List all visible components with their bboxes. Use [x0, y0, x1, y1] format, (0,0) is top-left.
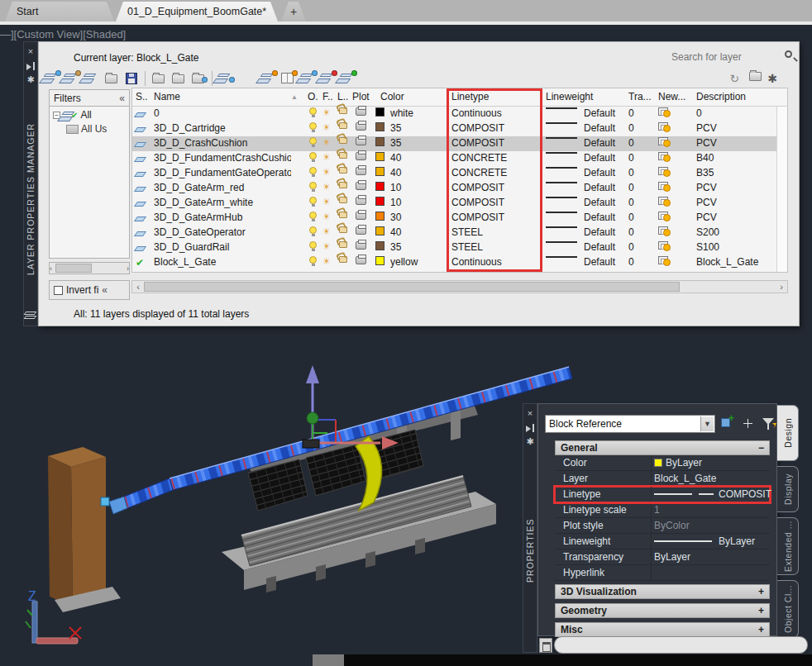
plot-printer-icon[interactable] [356, 212, 366, 220]
linetype-value[interactable]: COMPOSIT [451, 122, 539, 134]
lineweight-value[interactable]: Default [584, 212, 615, 223]
transparency-value[interactable]: 0 [628, 212, 634, 223]
description-value[interactable]: PCV [696, 182, 779, 193]
filters-scrollbar[interactable]: ‹ › [49, 262, 130, 274]
layer-row[interactable]: ✔ 3D_D_CrashCushion ☀ 35 COMPOSIT Defaul… [132, 136, 777, 151]
unlock-icon[interactable] [339, 152, 347, 159]
description-value[interactable]: PCV [696, 212, 779, 223]
col-linetype[interactable]: Linetype [451, 91, 489, 102]
filters-scroll-thumb[interactable] [55, 264, 92, 273]
layer-row[interactable]: ✔ 3D_D_GateArmHub ☀ 30 COMPOSIT Default … [132, 211, 777, 226]
filter-item-all[interactable]: − ✔ All [50, 107, 129, 121]
arm-grip[interactable] [101, 497, 109, 506]
unlock-icon[interactable] [339, 212, 347, 218]
property-value[interactable]: ByColor [654, 520, 768, 531]
color-label[interactable]: 30 [390, 212, 448, 223]
linetype-value[interactable]: COMPOSIT [451, 137, 539, 149]
on-bulb-icon[interactable] [309, 152, 317, 159]
set-current-layer-icon[interactable] [338, 70, 358, 87]
transparency-value[interactable]: 0 [628, 197, 634, 208]
plot-printer-icon[interactable] [356, 167, 366, 175]
on-bulb-icon[interactable] [309, 122, 317, 130]
filters-collapse-icon[interactable]: « [119, 93, 125, 104]
color-label[interactable]: yellow [390, 256, 448, 268]
unlock-icon[interactable] [339, 256, 347, 263]
col-lineweight[interactable]: Lineweight [546, 91, 593, 102]
color-swatch[interactable] [375, 137, 385, 146]
plot-printer-icon[interactable] [356, 122, 366, 131]
col-description[interactable]: Description [696, 91, 746, 102]
linetype-value[interactable]: COMPOSIT [451, 197, 539, 208]
lineweight-value[interactable]: Default [584, 226, 615, 238]
property-value[interactable]: COMPOSIT [654, 488, 768, 500]
description-value[interactable]: PCV [696, 137, 779, 149]
layer-settings-dialog-icon[interactable] [746, 70, 761, 87]
new-vp-freeze-icon[interactable] [658, 122, 668, 131]
properties-close-icon[interactable]: × [528, 407, 533, 421]
color-swatch[interactable] [375, 122, 385, 131]
freeze-sun-icon[interactable]: ☀ [322, 167, 331, 178]
select-objects-button[interactable] [740, 415, 757, 433]
freeze-sun-icon[interactable]: ☀ [322, 197, 331, 207]
freeze-sun-icon[interactable]: ☀ [322, 212, 331, 222]
linetype-value[interactable]: Continuous [451, 107, 539, 119]
folder-icon-1[interactable] [149, 70, 169, 87]
on-bulb-icon[interactable] [309, 107, 317, 115]
transparency-value[interactable]: 0 [628, 122, 634, 134]
properties-side-tab-extended[interactable]: Extended ... [777, 517, 799, 575]
toggle-pickadd-button[interactable] [719, 415, 735, 433]
plot-printer-icon[interactable] [356, 226, 366, 235]
lineweight-value[interactable]: Default [584, 122, 615, 134]
color-swatch[interactable] [375, 212, 385, 221]
collapsed-section-bar[interactable]: Misc + [555, 622, 770, 637]
on-bulb-icon[interactable] [309, 241, 317, 249]
new-group-filter-icon[interactable] [62, 70, 82, 87]
expand-section-icon[interactable]: + [758, 624, 764, 635]
col-on[interactable]: O. [308, 91, 318, 102]
collapse-section-icon[interactable]: − [758, 442, 764, 454]
plot-printer-icon[interactable] [356, 137, 366, 145]
transparency-value[interactable]: 0 [628, 152, 634, 164]
transparency-value[interactable]: 0 [628, 167, 634, 178]
property-value[interactable]: ByLayer [654, 551, 768, 563]
freeze-sun-icon[interactable]: ☀ [322, 182, 331, 193]
command-input-bar[interactable] [554, 636, 808, 654]
layer-row[interactable]: ✔ 3D_D_FundamentGateOperator ☀ 40 CONCRE… [132, 166, 777, 181]
plot-printer-icon[interactable] [356, 182, 366, 190]
color-swatch[interactable] [375, 167, 385, 176]
freeze-layer-icon[interactable] [299, 70, 318, 87]
scroll-left-icon[interactable]: ‹ [50, 264, 52, 273]
color-label[interactable]: 10 [390, 182, 448, 193]
layer-isolate-icon[interactable] [102, 70, 122, 87]
unlock-icon[interactable] [339, 107, 347, 114]
scroll-right-icon[interactable]: › [776, 282, 787, 292]
on-bulb-icon[interactable] [309, 256, 317, 264]
linetype-value[interactable]: CONCRETE [451, 167, 539, 178]
col-color[interactable]: Color [380, 91, 404, 102]
chevron-down-icon[interactable]: ▼ [700, 416, 714, 431]
linetype-value[interactable]: Continuous [451, 256, 539, 268]
description-value[interactable]: S200 [696, 226, 779, 238]
freeze-sun-icon[interactable]: ☀ [322, 152, 331, 163]
property-value[interactable]: ByLayer [654, 535, 768, 547]
command-line-icon[interactable] [539, 638, 552, 653]
layer-search-input[interactable] [670, 49, 776, 65]
color-label[interactable]: 40 [390, 167, 448, 178]
description-value[interactable]: 0 [696, 107, 779, 119]
layer-row[interactable]: ✔ 3D_D_Cartridge ☀ 35 COMPOSIT Default 0… [132, 121, 777, 136]
plot-printer-icon[interactable] [356, 197, 366, 205]
description-value[interactable]: PCV [696, 197, 779, 208]
color-label[interactable]: white [390, 107, 448, 119]
on-bulb-icon[interactable] [309, 226, 317, 234]
color-swatch[interactable] [375, 182, 385, 191]
color-swatch[interactable] [375, 256, 385, 265]
gate-cabinet[interactable] [48, 447, 121, 612]
description-value[interactable]: PCV [696, 122, 779, 134]
color-label[interactable]: 35 [390, 137, 448, 149]
layer-palette-settings-icon[interactable]: ✱ [26, 73, 34, 88]
expand-section-icon[interactable]: + [758, 586, 764, 597]
plot-printer-icon[interactable] [356, 256, 366, 264]
layer-row[interactable]: ✔ Block_L_Gate ☀ yellow Continuous Defau… [132, 255, 777, 270]
new-vp-freeze-icon[interactable] [658, 182, 668, 190]
new-vp-freeze-icon[interactable] [658, 152, 668, 160]
